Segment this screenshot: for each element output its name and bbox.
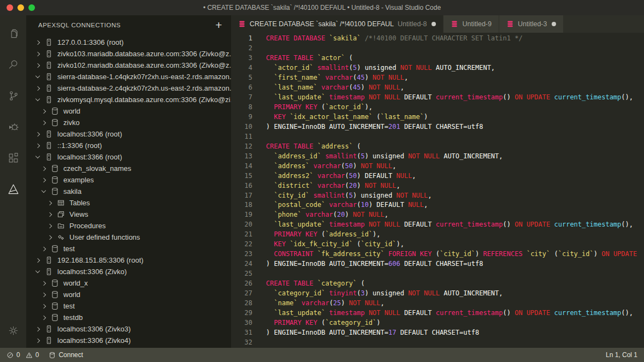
chevron-right-icon[interactable]: [42, 292, 46, 296]
tree-item[interactable]: localhost:3366 (root): [26, 151, 231, 163]
chevron-right-icon[interactable]: [36, 86, 40, 90]
tree-item[interactable]: zivko103.mariadb.database.azure.com:3306…: [26, 48, 231, 60]
code-line[interactable]: 10) ENGINE=InnoDB AUTO_INCREMENT=201 DEF…: [231, 122, 644, 132]
chevron-right-icon[interactable]: [36, 51, 40, 56]
chevron-right-icon[interactable]: [42, 166, 46, 170]
chevron-right-icon[interactable]: [36, 40, 40, 44]
code-line[interactable]: 8 PRIMARY KEY (`actor_id`),: [231, 103, 644, 112]
chevron-right-icon[interactable]: [42, 120, 46, 124]
code-line[interactable]: 31) ENGINE=InnoDB AUTO_INCREMENT=17 DEFA…: [231, 328, 644, 338]
modified-dot-icon[interactable]: [552, 22, 556, 26]
chevron-down-icon[interactable]: [36, 74, 40, 78]
code-line[interactable]: 6 `last_name` varchar(45) NOT NULL,: [231, 83, 644, 93]
cursor-position[interactable]: Ln 1, Col 1: [606, 351, 637, 359]
chevron-right-icon[interactable]: [48, 200, 52, 205]
code-line[interactable]: 14 `address` varchar(50) NOT NULL,: [231, 162, 644, 171]
tree-item[interactable]: world: [26, 105, 231, 117]
code-line[interactable]: 15 `address2` varchar(50) DEFAULT NULL,: [231, 171, 644, 181]
code-line[interactable]: 28 `name` varchar(25) NOT NULL,: [231, 299, 644, 308]
code-line[interactable]: 23 CONSTRAINT `fk_address_city` FOREIGN …: [231, 250, 644, 259]
code-line[interactable]: 16 `district` varchar(20) NOT NULL,: [231, 181, 644, 191]
connect-button[interactable]: Connect: [49, 351, 83, 359]
chevron-right-icon[interactable]: [36, 63, 40, 67]
tree-item[interactable]: 192.168.151.85:3306 (root): [26, 254, 231, 266]
code-line[interactable]: 25: [231, 269, 644, 279]
tree-item[interactable]: world: [26, 289, 231, 300]
settings-icon[interactable]: [0, 318, 26, 343]
code-line[interactable]: 1CREATE DATABASE `sakila` /*!40100 DEFAU…: [231, 34, 644, 44]
chevron-down-icon[interactable]: [36, 269, 40, 273]
chevron-right-icon[interactable]: [36, 338, 40, 342]
tree-item[interactable]: zivkomysql.mysql.database.azure.com:3306…: [26, 94, 231, 105]
add-connection-button[interactable]: +: [215, 20, 222, 30]
tree-item[interactable]: czech_slovak_names: [26, 163, 231, 174]
explorer-icon[interactable]: [0, 21, 26, 46]
chevron-right-icon[interactable]: [42, 109, 46, 113]
chevron-right-icon[interactable]: [42, 281, 46, 285]
extensions-icon[interactable]: [0, 145, 26, 171]
chevron-right-icon[interactable]: [36, 258, 40, 262]
chevron-right-icon[interactable]: [42, 304, 46, 308]
code-line[interactable]: 32: [231, 338, 644, 348]
search-icon[interactable]: [0, 52, 26, 78]
code-line[interactable]: 29 `last_update` timestamp NOT NULL DEFA…: [231, 308, 644, 318]
code-line[interactable]: 12CREATE TABLE `address` (: [231, 142, 644, 152]
tree-item[interactable]: test: [26, 243, 231, 254]
chevron-down-icon[interactable]: [36, 97, 40, 101]
chevron-down-icon[interactable]: [42, 188, 46, 193]
chevron-down-icon[interactable]: [36, 154, 40, 158]
tree-item[interactable]: User defined functions: [26, 232, 231, 243]
code-line[interactable]: 13 `address_id` smallint(5) unsigned NOT…: [231, 152, 644, 162]
tree-item[interactable]: ::1:3306 (root): [26, 140, 231, 151]
code-line[interactable]: 18 `postal_code` varchar(10) DEFAULT NUL…: [231, 200, 644, 210]
problems-indicator[interactable]: 0 0: [7, 351, 39, 359]
tree-item[interactable]: testdb: [26, 312, 231, 323]
code-line[interactable]: 17 `city_id` smallint(5) unsigned NOT NU…: [231, 191, 644, 201]
tree-item[interactable]: world_x: [26, 277, 231, 289]
code-line[interactable]: 2: [231, 44, 644, 54]
editor-tab[interactable]: Untitled-3: [499, 15, 564, 33]
code-line[interactable]: 24) ENGINE=InnoDB AUTO_INCREMENT=606 DEF…: [231, 259, 644, 269]
tree-item[interactable]: sierra-database-1.c4qkzk07r2xh.us-east-2…: [26, 71, 231, 82]
minimize-window-button[interactable]: [17, 4, 24, 11]
debug-icon[interactable]: [0, 114, 26, 140]
code-line[interactable]: 7 `last_update` timestamp NOT NULL DEFAU…: [231, 93, 644, 103]
code-line[interactable]: 22 KEY `idx_fk_city_id` (`city_id`),: [231, 240, 644, 250]
tree-item[interactable]: localhost:3306 (Zivko): [26, 266, 231, 277]
apexsql-icon[interactable]: [0, 176, 26, 202]
tree-item[interactable]: localhost:3306 (Zivko3): [26, 323, 231, 335]
tree-item[interactable]: Views: [26, 209, 231, 220]
tree-item[interactable]: Tables: [26, 197, 231, 209]
tree-item[interactable]: test: [26, 300, 231, 312]
chevron-right-icon[interactable]: [36, 143, 40, 147]
tree-item[interactable]: 127.0.0.1:3306 (root): [26, 37, 231, 48]
code-line[interactable]: 9 KEY `idx_actor_last_name` (`last_name`…: [231, 112, 644, 122]
code-line[interactable]: 30 PRIMARY KEY (`category_id`): [231, 318, 644, 328]
code-line[interactable]: 3CREATE TABLE `actor` (: [231, 54, 644, 63]
tree-item[interactable]: examples: [26, 174, 231, 186]
modified-dot-icon[interactable]: [432, 22, 436, 26]
code-line[interactable]: 26CREATE TABLE `category` (: [231, 279, 644, 289]
code-line[interactable]: 11: [231, 132, 644, 142]
tree-item[interactable]: zivko: [26, 117, 231, 128]
tree-item[interactable]: localhost:3306 (Zivko4): [26, 335, 231, 346]
code-line[interactable]: 20 `last_update` timestamp NOT NULL DEFA…: [231, 220, 644, 230]
editor-tab[interactable]: Untitled-9: [444, 15, 499, 33]
chevron-right-icon[interactable]: [42, 246, 46, 251]
tree-item[interactable]: sakila: [26, 186, 231, 197]
chevron-right-icon[interactable]: [48, 223, 52, 228]
chevron-right-icon[interactable]: [42, 315, 46, 319]
tree-item[interactable]: Procedures: [26, 220, 231, 232]
tree-item[interactable]: localhost:3306 (root): [26, 128, 231, 140]
code-line[interactable]: 27 `category_id` tinyint(3) unsigned NOT…: [231, 289, 644, 299]
chevron-right-icon[interactable]: [36, 327, 40, 331]
source-control-icon[interactable]: [0, 83, 26, 109]
chevron-right-icon[interactable]: [42, 177, 46, 182]
chevron-right-icon[interactable]: [48, 235, 52, 239]
code-line[interactable]: 4 `actor_id` smallint(5) unsigned NOT NU…: [231, 63, 644, 73]
maximize-window-button[interactable]: [28, 4, 35, 11]
code-editor[interactable]: 1CREATE DATABASE `sakila` /*!40100 DEFAU…: [231, 33, 644, 348]
code-line[interactable]: 21 PRIMARY KEY (`address_id`),: [231, 230, 644, 240]
editor-tab[interactable]: CREATE DATABASE `sakila` /*!40100 DEFAUL…: [231, 15, 443, 33]
chevron-right-icon[interactable]: [36, 132, 40, 136]
